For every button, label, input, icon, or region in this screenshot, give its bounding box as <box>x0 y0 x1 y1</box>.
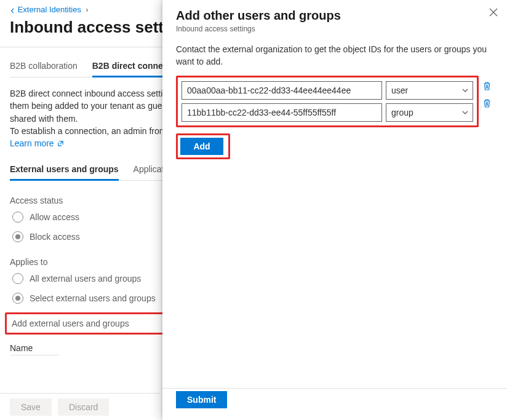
trash-icon[interactable] <box>480 98 493 108</box>
breadcrumb-parent[interactable]: External Identities <box>18 5 81 14</box>
add-external-users-groups-highlight: Add external users and groups <box>5 312 166 335</box>
rows-highlight-box: user group <box>176 76 479 127</box>
submit-button[interactable]: Submit <box>176 391 227 408</box>
chevron-left-icon <box>10 8 15 14</box>
object-id-row: user <box>180 81 474 100</box>
trash-icon[interactable] <box>480 81 493 91</box>
chevron-right-icon: › <box>84 5 89 14</box>
panel-title: Add other users and groups <box>176 9 493 23</box>
chevron-down-icon <box>461 86 469 96</box>
chevron-down-icon <box>461 108 469 118</box>
object-id-input[interactable] <box>182 81 382 100</box>
add-users-groups-panel: Add other users and groups Inbound acces… <box>162 0 507 420</box>
external-link-icon <box>57 140 64 147</box>
radio-icon <box>12 212 23 223</box>
learn-more-link[interactable]: Learn more <box>10 138 64 148</box>
page-footer: Save Discard <box>0 393 160 420</box>
radio-icon <box>12 231 23 242</box>
radio-icon <box>12 273 23 284</box>
tab-b2b-direct-connect[interactable]: B2B direct connect <box>92 61 171 77</box>
add-button[interactable]: Add <box>180 138 223 155</box>
type-select[interactable]: user <box>386 81 473 100</box>
table-col-name: Name <box>10 343 59 355</box>
object-id-input[interactable] <box>182 103 382 122</box>
tab-external-users-groups[interactable]: External users and groups <box>10 164 119 181</box>
type-select[interactable]: group <box>386 103 473 122</box>
panel-footer: Submit <box>162 388 507 420</box>
panel-info-text: Contact the external organization to get… <box>176 43 493 68</box>
tab-b2b-collaboration[interactable]: B2B collaboration <box>10 61 78 77</box>
object-id-row: group <box>180 103 474 122</box>
save-button[interactable]: Save <box>10 398 52 416</box>
panel-subtitle: Inbound access settings <box>176 25 493 33</box>
radio-icon <box>12 293 23 304</box>
close-icon[interactable] <box>489 7 498 19</box>
add-button-highlight: Add <box>176 133 230 159</box>
discard-button[interactable]: Discard <box>58 398 109 416</box>
